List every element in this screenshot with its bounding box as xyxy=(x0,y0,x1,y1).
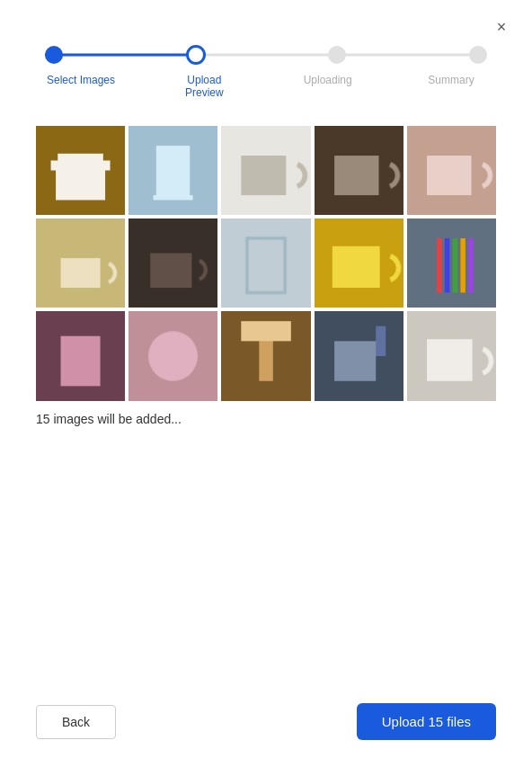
list-item xyxy=(36,126,125,215)
list-item xyxy=(36,311,125,400)
list-item xyxy=(315,126,403,215)
step-label-1: Select Images xyxy=(45,74,117,99)
stepper: Select Images Upload Preview Uploading S… xyxy=(36,45,496,99)
step-label-3: Uploading xyxy=(292,74,364,99)
list-item xyxy=(221,311,310,400)
list-item xyxy=(315,219,403,308)
upload-button[interactable]: Upload 15 files xyxy=(357,703,496,740)
step-dot-4 xyxy=(469,46,487,64)
step-label-2: Upload Preview xyxy=(168,74,240,99)
list-item xyxy=(407,311,496,400)
stepper-labels: Select Images Upload Preview Uploading S… xyxy=(45,74,487,99)
list-item xyxy=(407,219,496,308)
stepper-track xyxy=(45,45,487,65)
info-text: 15 images will be added... xyxy=(36,412,496,426)
list-item xyxy=(36,219,125,308)
list-item xyxy=(315,311,403,400)
list-item xyxy=(221,126,310,215)
back-button[interactable]: Back xyxy=(36,705,116,739)
list-item xyxy=(129,219,217,308)
step-dot-1 xyxy=(45,46,63,64)
image-grid xyxy=(36,126,496,401)
stepper-line-active xyxy=(45,54,191,57)
list-item xyxy=(407,126,496,215)
list-item xyxy=(129,311,217,400)
list-item xyxy=(129,126,217,215)
step-label-4: Summary xyxy=(415,74,487,99)
list-item xyxy=(221,219,310,308)
bottom-bar: Back Upload 15 files xyxy=(36,703,496,740)
dialog: × Select Images Upload Preview Uploading… xyxy=(0,0,532,767)
step-dot-3 xyxy=(328,46,346,64)
close-button[interactable]: × xyxy=(489,14,514,40)
step-dot-2 xyxy=(186,45,206,65)
